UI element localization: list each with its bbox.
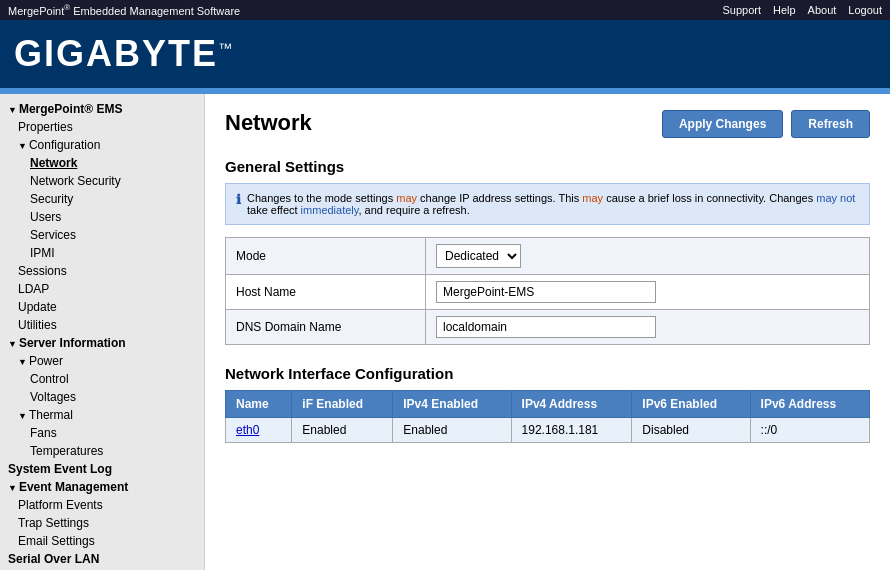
highlight-may1: may — [396, 192, 417, 204]
sidebar-item[interactable]: Services — [0, 226, 204, 244]
sidebar-label: Thermal — [29, 408, 73, 422]
page-title: Network — [225, 110, 312, 136]
sidebar-item[interactable]: ▼Configuration — [0, 136, 204, 154]
action-buttons: Apply Changes Refresh — [662, 110, 870, 138]
mode-row: Mode Dedicated Shared Failover — [226, 237, 870, 274]
sidebar-item[interactable]: ▼MergePoint® EMS — [0, 100, 204, 118]
col-if-enabled: iF Enabled — [292, 390, 393, 417]
sidebar-item[interactable]: Temperatures — [0, 442, 204, 460]
sidebar-item[interactable]: Update — [0, 298, 204, 316]
cell-name: eth0 — [226, 417, 292, 442]
info-box: ℹ Changes to the mode settings may chang… — [225, 183, 870, 225]
sidebar-label: Fans — [30, 426, 57, 440]
sidebar-item[interactable]: Trap Settings — [0, 514, 204, 532]
table-row: eth0 Enabled Enabled 192.168.1.181 Disab… — [226, 417, 870, 442]
hostname-label: Host Name — [226, 274, 426, 309]
sidebar-label: Utilities — [18, 318, 57, 332]
hostname-row: Host Name — [226, 274, 870, 309]
sidebar-item[interactable]: Security — [0, 190, 204, 208]
sidebar-label: Server Information — [19, 336, 126, 350]
logo-bar: GIGABYTE™ — [0, 20, 890, 88]
sidebar-label: Network Security — [30, 174, 121, 188]
cell-if-enabled: Enabled — [292, 417, 393, 442]
sidebar-label: Event Management — [19, 480, 128, 494]
cell-ipv4-address: 192.168.1.181 — [511, 417, 632, 442]
sidebar-label: System Event Log — [8, 462, 112, 476]
dns-value-cell — [426, 309, 870, 344]
sidebar-label: Sessions — [18, 264, 67, 278]
sidebar-label: LDAP — [18, 282, 49, 296]
refresh-button[interactable]: Refresh — [791, 110, 870, 138]
sidebar-item[interactable]: Network Security — [0, 172, 204, 190]
sidebar-item[interactable]: IPMI — [0, 244, 204, 262]
general-settings-title: General Settings — [225, 158, 870, 175]
mode-label: Mode — [226, 237, 426, 274]
cell-ipv4-enabled: Enabled — [393, 417, 511, 442]
sidebar-item[interactable]: Email Settings — [0, 532, 204, 550]
sidebar-item[interactable]: Users — [0, 208, 204, 226]
sidebar-item[interactable]: Sessions — [0, 262, 204, 280]
iface-table: Name iF Enabled IPv4 Enabled IPv4 Addres… — [225, 390, 870, 443]
sidebar: ▼MergePoint® EMSProperties▼Configuration… — [0, 94, 205, 570]
cell-ipv6-address: ::/0 — [750, 417, 869, 442]
app-title: MergePoint® Embedded Management Software — [8, 3, 240, 17]
sidebar-item[interactable]: Voltages — [0, 388, 204, 406]
sidebar-label: MergePoint® EMS — [19, 102, 123, 116]
mode-value-cell: Dedicated Shared Failover — [426, 237, 870, 274]
hostname-value-cell — [426, 274, 870, 309]
sidebar-label: Control — [30, 372, 69, 386]
apply-changes-button[interactable]: Apply Changes — [662, 110, 783, 138]
logo: GIGABYTE™ — [14, 33, 234, 75]
sidebar-item[interactable]: Properties — [0, 118, 204, 136]
top-navigation: Support Help About Logout — [722, 4, 882, 16]
sidebar-item[interactable]: ▼Event Management — [0, 478, 204, 496]
highlight-may2: may — [582, 192, 603, 204]
support-link[interactable]: Support — [722, 4, 761, 16]
highlight-maynot: may not — [816, 192, 855, 204]
sidebar-item[interactable]: Serial Over LAN — [0, 550, 204, 568]
sidebar-item[interactable]: Control — [0, 370, 204, 388]
sidebar-item[interactable]: Utilities — [0, 316, 204, 334]
sidebar-label: Configuration — [29, 138, 100, 152]
info-text: Changes to the mode settings may change … — [247, 192, 859, 216]
iface-title: Network Interface Configuration — [225, 365, 870, 382]
iface-link[interactable]: eth0 — [236, 423, 259, 437]
sidebar-label: Update — [18, 300, 57, 314]
sidebar-item[interactable]: ▼Power — [0, 352, 204, 370]
settings-table: Mode Dedicated Shared Failover Host Name… — [225, 237, 870, 345]
sidebar-item[interactable]: LDAP — [0, 280, 204, 298]
sidebar-label: IPMI — [30, 246, 55, 260]
sidebar-label: Security — [30, 192, 73, 206]
logout-link[interactable]: Logout — [848, 4, 882, 16]
sidebar-item[interactable]: Platform Events — [0, 496, 204, 514]
sidebar-label: Properties — [18, 120, 73, 134]
content-area: Network Apply Changes Refresh General Se… — [205, 94, 890, 570]
triangle-icon: ▼ — [8, 339, 17, 349]
triangle-icon: ▼ — [8, 483, 17, 493]
triangle-icon: ▼ — [18, 357, 27, 367]
sidebar-label: Network — [30, 156, 77, 170]
sidebar-item[interactable]: ▼Thermal — [0, 406, 204, 424]
sidebar-label: Power — [29, 354, 63, 368]
highlight-immediately: immediately — [301, 204, 359, 216]
sidebar-item[interactable]: ▼vKVM & vMedia — [0, 568, 204, 570]
dns-input[interactable] — [436, 316, 656, 338]
sidebar-label: Services — [30, 228, 76, 242]
col-ipv6-address: IPv6 Address — [750, 390, 869, 417]
iface-table-body: eth0 Enabled Enabled 192.168.1.181 Disab… — [226, 417, 870, 442]
sidebar-item[interactable]: Network — [0, 154, 204, 172]
sidebar-item[interactable]: System Event Log — [0, 460, 204, 478]
col-ipv6-enabled: IPv6 Enabled — [632, 390, 750, 417]
triangle-icon: ▼ — [8, 105, 17, 115]
help-link[interactable]: Help — [773, 4, 796, 16]
iface-header-row: Name iF Enabled IPv4 Enabled IPv4 Addres… — [226, 390, 870, 417]
dns-label: DNS Domain Name — [226, 309, 426, 344]
sidebar-label: Voltages — [30, 390, 76, 404]
hostname-input[interactable] — [436, 281, 656, 303]
about-link[interactable]: About — [808, 4, 837, 16]
mode-select[interactable]: Dedicated Shared Failover — [436, 244, 521, 268]
triangle-icon: ▼ — [18, 141, 27, 151]
sidebar-item[interactable]: ▼Server Information — [0, 334, 204, 352]
sidebar-item[interactable]: Fans — [0, 424, 204, 442]
triangle-icon: ▼ — [18, 411, 27, 421]
